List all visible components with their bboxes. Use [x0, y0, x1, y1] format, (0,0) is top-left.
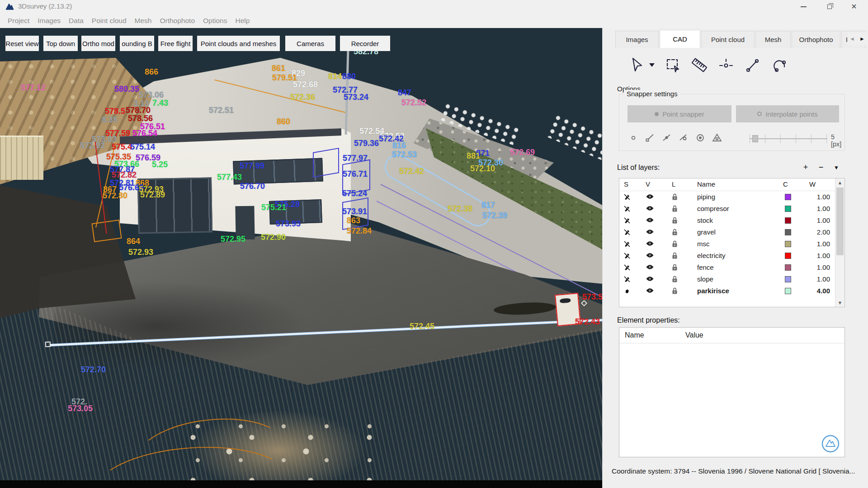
snap-tolerance-slider[interactable]: [750, 134, 827, 143]
menu-point-cloud[interactable]: Point cloud: [88, 17, 131, 25]
menu-images[interactable]: Images: [33, 17, 65, 25]
toolbar-point-clouds-and-meshes-button[interactable]: Point clouds and meshes: [197, 36, 280, 51]
layer-visibility-eye-icon[interactable]: [646, 264, 654, 271]
layer-row-piping[interactable]: piping1.00: [619, 191, 835, 203]
scroll-up-icon[interactable]: ▲: [835, 178, 844, 187]
select-cursor-icon[interactable]: [628, 56, 647, 75]
snap-center-icon[interactable]: [695, 133, 705, 145]
menu-help[interactable]: Help: [231, 17, 254, 25]
layer-visibility-eye-icon[interactable]: [646, 229, 654, 236]
draw-polyline-icon[interactable]: [743, 56, 762, 75]
layer-color-swatch[interactable]: [785, 217, 791, 224]
menu-orthophoto[interactable]: Orthophoto: [156, 17, 199, 25]
layer-lock-icon[interactable]: [672, 193, 680, 201]
layer-lock-icon[interactable]: [672, 217, 680, 224]
snap-endpoint-icon[interactable]: [645, 133, 655, 145]
layer-snap-icon[interactable]: [623, 264, 631, 271]
slider-handle[interactable]: [752, 135, 758, 142]
menu-options[interactable]: Options: [199, 17, 231, 25]
layer-color-swatch[interactable]: [785, 241, 791, 247]
layers-table-header: SVLNameCW: [619, 178, 835, 191]
layer-row-compresor[interactable]: compresor1.00: [619, 203, 835, 215]
menu-mesh[interactable]: Mesh: [131, 17, 156, 25]
snap-point-icon[interactable]: [628, 133, 638, 145]
toolbar-cameras-button[interactable]: Cameras: [285, 36, 335, 51]
point-snapper-button[interactable]: Point snapper: [627, 105, 731, 122]
layer-snap-icon[interactable]: [623, 240, 631, 248]
select-dropdown-icon[interactable]: [649, 56, 656, 75]
layer-snap-icon[interactable]: [623, 229, 631, 236]
layer-row-msc[interactable]: msc1.00: [619, 238, 835, 250]
layer-lock-icon[interactable]: [672, 276, 680, 283]
layer-color-swatch[interactable]: [785, 264, 791, 271]
toolbar-free-flight-button[interactable]: Free flight: [158, 36, 193, 51]
layer-snap-icon[interactable]: [623, 252, 631, 259]
toolbar-top-down-button[interactable]: Top down: [43, 36, 78, 51]
tabs-scroll-right-button[interactable]: ►: [857, 33, 867, 45]
layer-color-swatch[interactable]: [785, 229, 791, 235]
layer-snap-icon[interactable]: [623, 276, 631, 283]
tab-mesh[interactable]: Mesh: [755, 31, 791, 48]
layer-row-stock[interactable]: stock1.00: [619, 215, 835, 226]
toolbar-reset-view-button[interactable]: Reset view: [5, 36, 39, 51]
tabs-scroll-left-button[interactable]: ◄: [847, 33, 857, 45]
layer-lock-icon[interactable]: [672, 240, 680, 248]
layer-snap-icon[interactable]: [623, 193, 631, 201]
layer-visibility-eye-icon[interactable]: [646, 240, 654, 248]
layers-dropdown-button[interactable]: ▼: [830, 163, 842, 171]
interpolate-points-button[interactable]: Interpolate points: [736, 105, 839, 122]
tab-orthophoto[interactable]: Orthophoto: [792, 31, 840, 48]
3d-viewport[interactable]: 577.12866861829582.78572.68579.51572.518…: [0, 28, 602, 488]
layer-lock-icon[interactable]: [672, 229, 680, 236]
menu-data[interactable]: Data: [65, 17, 88, 25]
snap-midpoint-icon[interactable]: [662, 133, 672, 145]
close-button[interactable]: ✕: [844, 0, 864, 14]
layer-lock-icon[interactable]: [672, 287, 680, 295]
toolbar-recorder-button[interactable]: Recorder: [340, 36, 390, 51]
snap-tolerance-value: 5 [px]: [831, 133, 844, 148]
elevation-label: 577.43: [217, 173, 242, 181]
elevation-label: 572.38: [448, 205, 472, 213]
layer-lock-icon[interactable]: [672, 252, 680, 259]
maximize-button[interactable]: [819, 0, 840, 14]
layer-color-swatch[interactable]: [785, 206, 791, 212]
draw-point-icon[interactable]: [717, 56, 736, 75]
measure-ruler-icon[interactable]: [690, 56, 709, 75]
toolbar-ounding-b-button[interactable]: ounding B: [120, 36, 154, 51]
tab-point-cloud[interactable]: Point cloud: [701, 31, 755, 48]
remove-layer-button[interactable]: −: [815, 163, 827, 172]
layer-snap-icon[interactable]: [623, 217, 631, 224]
snap-centroid-icon[interactable]: [712, 133, 722, 145]
layer-color-swatch[interactable]: [785, 288, 791, 294]
layer-visibility-eye-icon[interactable]: [646, 276, 654, 283]
layer-visibility-eye-icon[interactable]: [646, 287, 654, 295]
layer-color-swatch[interactable]: [785, 276, 791, 282]
scroll-down-icon[interactable]: ▼: [835, 299, 844, 307]
layer-row-electricity[interactable]: electricity1.00: [619, 250, 835, 262]
menu-project[interactable]: Project: [4, 17, 33, 25]
marquee-select-icon[interactable]: [663, 56, 682, 75]
snap-nearest-icon[interactable]: [679, 133, 689, 145]
layer-visibility-eye-icon[interactable]: [646, 217, 654, 224]
layer-color-swatch[interactable]: [785, 253, 791, 259]
layer-row-gravel[interactable]: gravel2.00: [619, 226, 835, 238]
scrollbar-thumb[interactable]: [836, 188, 844, 255]
layer-lock-icon[interactable]: [672, 264, 680, 271]
layer-lock-icon[interactable]: [672, 205, 680, 212]
add-layer-button[interactable]: +: [800, 163, 811, 172]
layer-snap-icon[interactable]: [623, 287, 631, 295]
layer-row-fence[interactable]: fence1.00: [619, 262, 835, 273]
layer-color-swatch[interactable]: [785, 194, 791, 200]
draw-arc-icon[interactable]: [770, 56, 789, 75]
layer-visibility-eye-icon[interactable]: [646, 193, 654, 201]
layer-snap-icon[interactable]: [623, 205, 631, 212]
layer-row-parkirisce[interactable]: parkirisce4.00: [619, 285, 835, 297]
layer-visibility-eye-icon[interactable]: [646, 252, 654, 259]
toolbar-ortho-mod-button[interactable]: Ortho mod: [81, 36, 115, 51]
minimize-button[interactable]: [793, 0, 814, 14]
layers-scrollbar[interactable]: ▲ ▼: [835, 178, 844, 307]
tab-images[interactable]: Images: [615, 31, 659, 48]
layer-visibility-eye-icon[interactable]: [646, 205, 654, 212]
tab-cad[interactable]: CAD: [660, 30, 700, 48]
layer-row-slope[interactable]: slope1.00: [619, 273, 835, 285]
